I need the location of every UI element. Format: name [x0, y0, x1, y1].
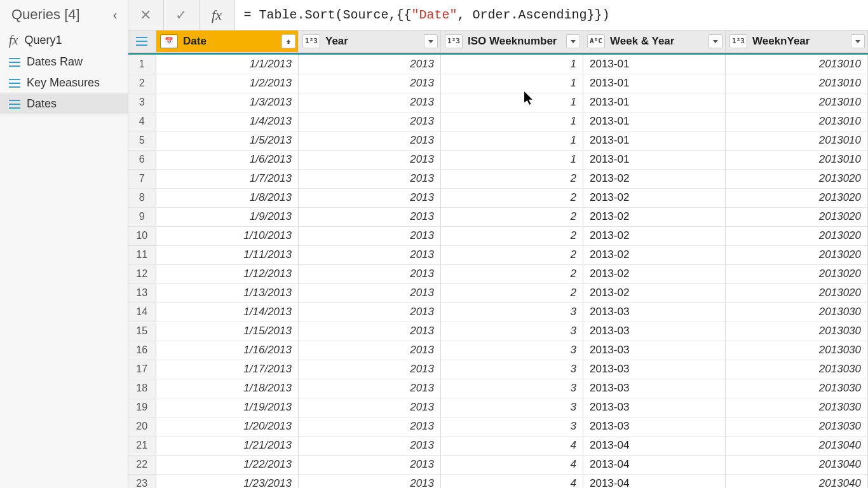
row-number[interactable]: 15 — [128, 322, 156, 341]
cell-year[interactable]: 2013 — [299, 226, 441, 245]
cell-year[interactable]: 2013 — [299, 112, 441, 131]
cell-iso[interactable]: 4 — [441, 474, 583, 488]
cell-weeknyear[interactable]: 2013010 — [726, 131, 868, 150]
cell-date[interactable]: 1/15/2013 — [156, 322, 299, 341]
datatype-icon[interactable]: 1²3 — [445, 34, 463, 48]
cell-iso[interactable]: 1 — [441, 93, 583, 112]
row-number[interactable]: 8 — [128, 188, 156, 207]
cell-weeknyear[interactable]: 2013020 — [726, 226, 868, 245]
table-row[interactable]: 21/2/2013201312013-012013010 — [128, 74, 868, 93]
cell-date[interactable]: 1/18/2013 — [156, 379, 299, 398]
cell-weekyear[interactable]: 2013-03 — [583, 360, 726, 379]
cell-weekyear[interactable]: 2013-02 — [583, 188, 726, 207]
cell-weeknyear[interactable]: 2013020 — [726, 264, 868, 283]
table-row[interactable]: 211/21/2013201342013-042013040 — [128, 436, 868, 455]
cell-weeknyear[interactable]: 2013020 — [726, 169, 868, 188]
cell-weekyear[interactable]: 2013-03 — [583, 341, 726, 360]
row-number[interactable]: 16 — [128, 341, 156, 360]
table-row[interactable]: 181/18/2013201332013-032013030 — [128, 379, 868, 398]
query-item[interactable]: Key Measures — [0, 72, 128, 93]
cell-weekyear[interactable]: 2013-01 — [583, 74, 726, 93]
table-row[interactable]: 71/7/2013201322013-022013020 — [128, 169, 868, 188]
table-row[interactable]: 81/8/2013201322013-022013020 — [128, 188, 868, 207]
cell-weekyear[interactable]: 2013-01 — [583, 112, 726, 131]
row-number[interactable]: 17 — [128, 360, 156, 379]
cell-iso[interactable]: 3 — [441, 417, 583, 436]
cell-iso[interactable]: 2 — [441, 226, 583, 245]
cell-weeknyear[interactable]: 2013030 — [726, 322, 868, 341]
row-number[interactable]: 19 — [128, 398, 156, 417]
cell-year[interactable]: 2013 — [299, 169, 441, 188]
cell-year[interactable]: 2013 — [299, 283, 441, 302]
cell-weeknyear[interactable]: 2013030 — [726, 302, 868, 322]
cell-year[interactable]: 2013 — [299, 245, 441, 264]
cell-weekyear[interactable]: 2013-01 — [583, 131, 726, 150]
table-row[interactable]: 221/22/2013201342013-042013040 — [128, 455, 868, 474]
table-row[interactable]: 231/23/2013201342013-042013040 — [128, 474, 868, 488]
cell-iso[interactable]: 2 — [441, 283, 583, 302]
cell-weekyear[interactable]: 2013-04 — [583, 455, 726, 474]
cell-weeknyear[interactable]: 2013030 — [726, 360, 868, 379]
table-row[interactable]: 101/10/2013201322013-022013020 — [128, 226, 868, 245]
commit-formula-button[interactable]: ✓ — [164, 0, 200, 30]
cell-iso[interactable]: 2 — [441, 245, 583, 264]
cell-weekyear[interactable]: 2013-02 — [583, 245, 726, 264]
cell-year[interactable]: 2013 — [299, 131, 441, 150]
cell-year[interactable]: 2013 — [299, 436, 441, 455]
cell-weeknyear[interactable]: 2013010 — [726, 55, 868, 74]
cell-weeknyear[interactable]: 2013030 — [726, 398, 868, 417]
datatype-icon[interactable]: 1²3 — [302, 34, 320, 48]
cell-year[interactable]: 2013 — [299, 360, 441, 379]
query-item[interactable]: Dates Raw — [0, 51, 128, 72]
datatype-icon[interactable]: 1²3 — [729, 34, 747, 48]
row-number[interactable]: 1 — [128, 55, 156, 74]
cell-date[interactable]: 1/6/2013 — [156, 150, 299, 169]
column-header[interactable]: 1²3ISO Weeknumber — [441, 30, 583, 52]
cell-weeknyear[interactable]: 2013030 — [726, 379, 868, 398]
column-filter-button[interactable] — [424, 34, 438, 48]
table-row[interactable]: 141/14/2013201332013-032013030 — [128, 302, 868, 322]
cell-date[interactable]: 1/23/2013 — [156, 474, 299, 488]
cell-year[interactable]: 2013 — [299, 207, 441, 226]
column-filter-button[interactable] — [851, 34, 865, 48]
row-number[interactable]: 21 — [128, 436, 156, 455]
cell-iso[interactable]: 1 — [441, 150, 583, 169]
cell-weekyear[interactable]: 2013-02 — [583, 226, 726, 245]
table-row[interactable]: 91/9/2013201322013-022013020 — [128, 207, 868, 226]
cell-year[interactable]: 2013 — [299, 302, 441, 322]
row-number[interactable]: 6 — [128, 150, 156, 169]
cell-weekyear[interactable]: 2013-04 — [583, 474, 726, 488]
row-number[interactable]: 18 — [128, 379, 156, 398]
cell-date[interactable]: 1/3/2013 — [156, 93, 299, 112]
cell-year[interactable]: 2013 — [299, 322, 441, 341]
cell-iso[interactable]: 3 — [441, 322, 583, 341]
cell-date[interactable]: 1/13/2013 — [156, 283, 299, 302]
table-row[interactable]: 121/12/2013201322013-022013020 — [128, 264, 868, 283]
row-number[interactable]: 14 — [128, 302, 156, 322]
cell-weeknyear[interactable]: 2013030 — [726, 341, 868, 360]
column-header[interactable]: 1²3WeeknYear — [726, 30, 868, 52]
cell-date[interactable]: 1/2/2013 — [156, 74, 299, 93]
cell-year[interactable]: 2013 — [299, 74, 441, 93]
cell-weeknyear[interactable]: 2013010 — [726, 150, 868, 169]
cell-date[interactable]: 1/12/2013 — [156, 264, 299, 283]
cell-weekyear[interactable]: 2013-01 — [583, 55, 726, 74]
cell-iso[interactable]: 3 — [441, 379, 583, 398]
cell-iso[interactable]: 3 — [441, 360, 583, 379]
cell-date[interactable]: 1/16/2013 — [156, 341, 299, 360]
cell-year[interactable]: 2013 — [299, 264, 441, 283]
row-number[interactable]: 22 — [128, 455, 156, 474]
cell-weeknyear[interactable]: 2013040 — [726, 474, 868, 488]
cell-date[interactable]: 1/9/2013 — [156, 207, 299, 226]
cell-weekyear[interactable]: 2013-02 — [583, 169, 726, 188]
row-number[interactable]: 20 — [128, 417, 156, 436]
row-number[interactable]: 23 — [128, 474, 156, 488]
cell-iso[interactable]: 4 — [441, 436, 583, 455]
cell-weeknyear[interactable]: 2013040 — [726, 436, 868, 455]
cell-iso[interactable]: 2 — [441, 188, 583, 207]
formula-input[interactable]: = Table.Sort(Source,{{"Date", Order.Asce… — [235, 0, 869, 30]
table-row[interactable]: 51/5/2013201312013-012013010 — [128, 131, 868, 150]
column-filter-button[interactable] — [281, 34, 295, 48]
cell-year[interactable]: 2013 — [299, 379, 441, 398]
row-number[interactable]: 13 — [128, 283, 156, 302]
